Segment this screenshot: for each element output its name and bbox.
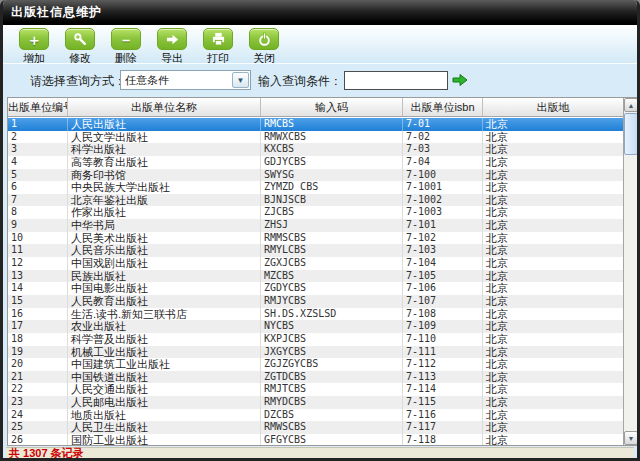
table-cell: 18 [8, 333, 68, 346]
table-row[interactable]: 7北京年鉴社出版BJNJSCB7-1002北京 [8, 194, 623, 207]
table-cell: 人民美术出版社 [68, 232, 261, 245]
chevron-down-icon[interactable]: ▼ [232, 72, 249, 88]
table-row[interactable]: 25人民卫生出版社RMWSCBS7-117北京 [8, 421, 623, 434]
table-cell: 7-1003 [403, 206, 483, 219]
table-cell: 北京 [483, 358, 623, 371]
scroll-down-icon[interactable]: ▼ [624, 431, 638, 445]
table-cell: 7-1001 [403, 181, 483, 194]
table-cell: 农业出版社 [68, 320, 261, 333]
table-row[interactable]: 8作家出版社ZJCBS7-1003北京 [8, 206, 623, 219]
table-body: 1人民出版社RMCBS7-01北京2人民文学出版社RMWXCBS7-02北京3科… [8, 118, 623, 445]
table-row[interactable]: 19机械工业出版社JXGYCBS7-111北京 [8, 346, 623, 359]
table-cell: 中国电影出版社 [68, 282, 261, 295]
table-cell: 13 [8, 270, 68, 283]
table-cell: GDJYCBS [261, 156, 403, 169]
modify-button[interactable]: 修改 [57, 28, 103, 66]
table-row[interactable]: 16生活.读书.新知三联书店SH.DS.XZSLSD7-108北京 [8, 308, 623, 321]
column-header-isbn[interactable]: 出版单位isbn [403, 98, 483, 116]
column-header-code[interactable]: 输入码 [261, 98, 403, 116]
go-arrow-button[interactable] [452, 72, 468, 88]
table-cell: 北京 [483, 308, 623, 321]
scroll-up-icon[interactable]: ▲ [624, 98, 638, 112]
table-cell: 7-108 [403, 308, 483, 321]
table-row[interactable]: 24地质出版社DZCBS7-116北京 [8, 409, 623, 422]
table-cell: 中国建筑工业出版社 [68, 358, 261, 371]
table-cell: KXPJCBS [261, 333, 403, 346]
table-row[interactable]: 2人民文学出版社RMWXCBS7-02北京 [8, 131, 623, 144]
table-cell: 地质出版社 [68, 409, 261, 422]
table-cell: ZGDYCBS [261, 282, 403, 295]
table-cell: 北京 [483, 346, 623, 359]
table-row[interactable]: 22人民交通出版社RMJTCBS7-114北京 [8, 383, 623, 396]
table-row[interactable]: 13民族出版社MZCBS7-105北京 [8, 270, 623, 283]
table-cell: 7-03 [403, 143, 483, 156]
go-arrow-icon [452, 72, 468, 88]
column-header-id[interactable]: 出版单位编号 [8, 98, 68, 116]
table-cell: 11 [8, 244, 68, 257]
print-button[interactable]: 打印 [195, 28, 241, 66]
table-row[interactable]: 18科学普及出版社KXPJCBS7-110北京 [8, 333, 623, 346]
app-window: 出版社信息维护 ＋ 增加 修改 － 删除 导出 [0, 0, 640, 461]
table-cell: RMJYCBS [261, 295, 403, 308]
table-cell: 北京 [483, 396, 623, 409]
table-cell: RMWXCBS [261, 131, 403, 144]
table-cell: 北京年鉴社出版 [68, 194, 261, 207]
table-row[interactable]: 9中华书局ZHSJ7-101北京 [8, 219, 623, 232]
table-cell: 北京 [483, 434, 623, 445]
column-header-place[interactable]: 出版地 [483, 98, 623, 116]
table-cell: 1 [8, 118, 68, 131]
table-row[interactable]: 6中央民族大学出版社ZYMZD CBS7-1001北京 [8, 181, 623, 194]
table-row[interactable]: 3科学出版社KXCBS7-03北京 [8, 143, 623, 156]
table-row[interactable]: 12中国戏剧出版社ZGXJCBS7-104北京 [8, 257, 623, 270]
record-count-text: 共 1307 条记录 [6, 448, 84, 459]
add-button[interactable]: ＋ 增加 [11, 28, 57, 66]
table-row[interactable]: 26国防工业出版社GFGYCBS7-118北京 [8, 434, 623, 445]
query-mode-select[interactable]: 任意条件 ▼ [120, 70, 251, 90]
table-cell: 北京 [483, 270, 623, 283]
title-bar: 出版社信息维护 [0, 0, 640, 25]
window-title: 出版社信息维护 [0, 4, 102, 21]
column-header-name[interactable]: 出版单位名称 [68, 98, 261, 116]
table-cell: 7-01 [403, 118, 483, 131]
table-row[interactable]: 10人民美术出版社RMMSCBS7-102北京 [8, 232, 623, 245]
query-condition-input[interactable] [344, 71, 448, 90]
table-cell: 北京 [483, 371, 623, 384]
table-cell: 生活.读书.新知三联书店 [68, 308, 261, 321]
query-condition-label: 输入查询条件： [258, 73, 342, 90]
table-cell: 16 [8, 308, 68, 321]
table-row[interactable]: 14中国电影出版社ZGDYCBS7-106北京 [8, 282, 623, 295]
table-cell: 民族出版社 [68, 270, 261, 283]
table-cell: 北京 [483, 421, 623, 434]
table-cell: 人民邮电出版社 [68, 396, 261, 409]
table-row[interactable]: 1人民出版社RMCBS7-01北京 [8, 118, 623, 131]
table-row[interactable]: 11人民音乐出版社RMYLCBS7-103北京 [8, 244, 623, 257]
table-row[interactable]: 17农业出版社NYCBS7-109北京 [8, 320, 623, 333]
table-cell: 12 [8, 257, 68, 270]
table-cell: 3 [8, 143, 68, 156]
table-cell: 中国铁道出版社 [68, 371, 261, 384]
table-row[interactable]: 20中国建筑工业出版社ZGJZGYCBS7-112北京 [8, 358, 623, 371]
export-button[interactable]: 导出 [149, 28, 195, 66]
table-row[interactable]: 21中国铁道出版社ZGTDCBS7-113北京 [8, 371, 623, 384]
table-cell: 北京 [483, 383, 623, 396]
close-button[interactable]: 关闭 [241, 28, 287, 66]
table-cell: 4 [8, 156, 68, 169]
table-cell: JXGYCBS [261, 346, 403, 359]
table-cell: 7-103 [403, 244, 483, 257]
table-row[interactable]: 15人民教育出版社RMJYCBS7-107北京 [8, 295, 623, 308]
table-cell: ZGTDCBS [261, 371, 403, 384]
scrollbar-thumb[interactable] [624, 113, 638, 155]
table-row[interactable]: 4高等教育出版社GDJYCBS7-04北京 [8, 156, 623, 169]
delete-button[interactable]: － 删除 [103, 28, 149, 66]
table-cell: 7-106 [403, 282, 483, 295]
table-row[interactable]: 23人民邮电出版社RMYDCBS7-115北京 [8, 396, 623, 409]
table-cell: 北京 [483, 320, 623, 333]
table-cell: 7-113 [403, 371, 483, 384]
table-cell: 7-104 [403, 257, 483, 270]
table-cell: 科学出版社 [68, 143, 261, 156]
table-cell: 7-107 [403, 295, 483, 308]
table-row[interactable]: 5商务印书馆SWYSG7-100北京 [8, 169, 623, 182]
vertical-scrollbar[interactable]: ▲ ▼ [623, 98, 638, 445]
table-header: 出版单位编号 出版单位名称 输入码 出版单位isbn 出版地 [8, 98, 623, 117]
table-cell: ZYMZD CBS [261, 181, 403, 194]
